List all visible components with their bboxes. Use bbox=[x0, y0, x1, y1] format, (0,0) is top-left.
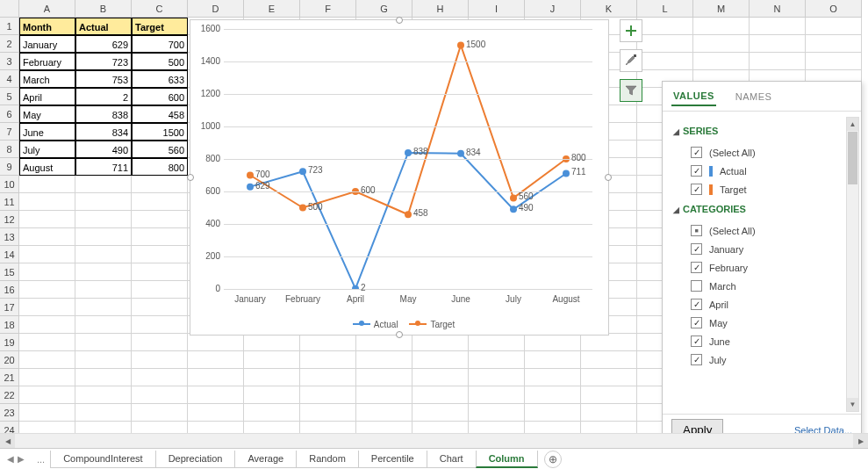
row-header-18[interactable]: 18 bbox=[0, 316, 19, 334]
cell[interactable] bbox=[132, 211, 188, 228]
column-header-G[interactable]: G bbox=[356, 0, 412, 18]
checkbox[interactable] bbox=[691, 299, 702, 310]
cell[interactable] bbox=[300, 351, 356, 369]
row-header-22[interactable]: 22 bbox=[0, 386, 19, 404]
cell[interactable] bbox=[19, 386, 75, 404]
column-header-M[interactable]: M bbox=[693, 0, 750, 18]
resize-handle[interactable] bbox=[396, 17, 403, 24]
row-header-23[interactable]: 23 bbox=[0, 404, 19, 422]
table-cell[interactable]: April bbox=[19, 88, 75, 105]
cell[interactable] bbox=[75, 211, 132, 228]
new-sheet-button[interactable]: ⊕ bbox=[544, 451, 562, 468]
chart-styles-button[interactable] bbox=[620, 49, 642, 72]
cell[interactable] bbox=[19, 176, 75, 193]
cell[interactable] bbox=[806, 53, 862, 70]
checkbox[interactable] bbox=[691, 336, 702, 347]
checkbox[interactable] bbox=[691, 147, 702, 158]
row-header-1[interactable]: 1 bbox=[0, 18, 19, 35]
tab-values[interactable]: VALUES bbox=[671, 87, 716, 106]
cell[interactable] bbox=[356, 404, 412, 422]
cell[interactable] bbox=[525, 404, 581, 422]
row-header-6[interactable]: 6 bbox=[0, 105, 19, 123]
column-header-L[interactable]: L bbox=[637, 0, 693, 18]
resize-handle[interactable] bbox=[605, 174, 612, 181]
row-header-17[interactable]: 17 bbox=[0, 299, 19, 316]
cell[interactable] bbox=[469, 386, 525, 404]
cell[interactable] bbox=[750, 53, 806, 70]
table-cell[interactable]: 500 bbox=[132, 53, 188, 70]
cell[interactable] bbox=[412, 351, 469, 369]
row-header-8[interactable]: 8 bbox=[0, 141, 19, 158]
cell[interactable] bbox=[188, 334, 244, 351]
row-header-11[interactable]: 11 bbox=[0, 193, 19, 211]
checkbox[interactable] bbox=[691, 354, 702, 365]
cell[interactable] bbox=[300, 404, 356, 422]
column-header-A[interactable]: A bbox=[19, 0, 75, 18]
scroll-track[interactable] bbox=[15, 434, 853, 448]
cell[interactable] bbox=[525, 386, 581, 404]
checkbox[interactable] bbox=[691, 165, 702, 177]
filter-category-item[interactable]: April bbox=[673, 295, 850, 314]
cell[interactable] bbox=[356, 369, 412, 386]
cell[interactable] bbox=[19, 334, 75, 351]
table-header[interactable]: Actual bbox=[75, 18, 132, 35]
row-header-15[interactable]: 15 bbox=[0, 263, 19, 281]
cell[interactable] bbox=[75, 351, 132, 369]
cell[interactable] bbox=[693, 18, 750, 35]
sheet-tab[interactable]: Column bbox=[476, 451, 538, 468]
cell[interactable] bbox=[581, 369, 637, 386]
cell[interactable] bbox=[356, 386, 412, 404]
cell[interactable] bbox=[693, 35, 750, 53]
cell[interactable] bbox=[637, 35, 693, 53]
cell[interactable] bbox=[75, 246, 132, 263]
cell[interactable] bbox=[132, 193, 188, 211]
cell[interactable] bbox=[469, 351, 525, 369]
cell[interactable] bbox=[244, 404, 300, 422]
cell[interactable] bbox=[412, 386, 469, 404]
table-cell[interactable]: 753 bbox=[75, 70, 132, 88]
table-cell[interactable]: 834 bbox=[75, 123, 132, 141]
cell[interactable] bbox=[469, 404, 525, 422]
resize-handle[interactable] bbox=[187, 174, 194, 181]
table-cell[interactable]: 600 bbox=[132, 88, 188, 105]
scroll-right-icon[interactable]: ▶ bbox=[853, 434, 868, 448]
cell[interactable] bbox=[412, 404, 469, 422]
table-cell[interactable]: 800 bbox=[132, 158, 188, 176]
tab-overflow[interactable]: ... bbox=[37, 454, 45, 465]
cell[interactable] bbox=[132, 334, 188, 351]
row-header-4[interactable]: 4 bbox=[0, 70, 19, 88]
table-cell[interactable]: 1500 bbox=[132, 123, 188, 141]
cell[interactable] bbox=[19, 281, 75, 299]
checkbox[interactable] bbox=[691, 317, 702, 328]
scroll-thumb[interactable] bbox=[848, 132, 857, 184]
table-header[interactable]: Month bbox=[19, 18, 75, 35]
cell[interactable] bbox=[300, 386, 356, 404]
table-cell[interactable]: 490 bbox=[75, 141, 132, 158]
table-cell[interactable]: February bbox=[19, 53, 75, 70]
cell[interactable] bbox=[19, 404, 75, 422]
row-header-20[interactable]: 20 bbox=[0, 351, 19, 369]
cell[interactable] bbox=[19, 369, 75, 386]
cell[interactable] bbox=[469, 334, 525, 351]
row-header-7[interactable]: 7 bbox=[0, 123, 19, 141]
cell[interactable] bbox=[525, 351, 581, 369]
cell[interactable] bbox=[356, 334, 412, 351]
filter-category-item[interactable]: May bbox=[673, 314, 850, 332]
column-header-H[interactable]: H bbox=[412, 0, 469, 18]
panel-scrollbar[interactable]: ▲ ▼ bbox=[846, 117, 859, 412]
cell[interactable] bbox=[132, 316, 188, 334]
table-cell[interactable]: 711 bbox=[75, 158, 132, 176]
cell[interactable] bbox=[244, 351, 300, 369]
cell[interactable] bbox=[132, 351, 188, 369]
filter-category-item[interactable]: February bbox=[673, 258, 850, 277]
resize-handle[interactable] bbox=[396, 331, 403, 338]
cell[interactable] bbox=[75, 316, 132, 334]
table-cell[interactable]: 633 bbox=[132, 70, 188, 88]
cell[interactable] bbox=[19, 193, 75, 211]
filter-category-item[interactable]: March bbox=[673, 277, 850, 295]
cell[interactable] bbox=[132, 369, 188, 386]
cell[interactable] bbox=[19, 211, 75, 228]
filter-category-item[interactable]: (Select All) bbox=[673, 221, 850, 240]
table-cell[interactable]: August bbox=[19, 158, 75, 176]
cell[interactable] bbox=[412, 369, 469, 386]
